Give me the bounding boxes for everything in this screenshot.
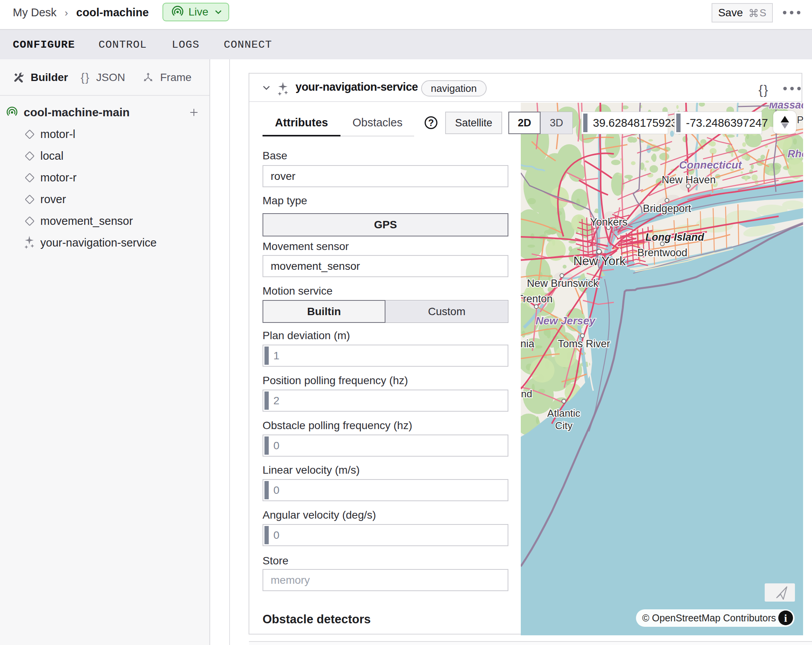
svg-text:i: i [784, 612, 787, 624]
svg-text:Rhode: Rhode [788, 148, 803, 160]
svg-text:nd: nd [521, 388, 532, 400]
svg-text:© OpenStreetMap Contributors: © OpenStreetMap Contributors [642, 612, 776, 623]
svg-text:New York: New York [573, 254, 626, 268]
svg-text:Brentwood: Brentwood [637, 247, 687, 259]
svg-text:Atlantic: Atlantic [547, 407, 580, 419]
svg-text:New Jersey: New Jersey [536, 315, 596, 327]
svg-text:Pro: Pro [797, 114, 803, 126]
svg-text:Massachu: Massachu [769, 103, 803, 111]
svg-text:Bridgeport: Bridgeport [643, 203, 691, 214]
svg-text:New Haven: New Haven [662, 174, 716, 186]
svg-text:nia: nia [521, 338, 535, 350]
svg-text:Connecticut: Connecticut [679, 159, 742, 171]
svg-text:Long Island: Long Island [645, 231, 704, 243]
svg-text:Toms River: Toms River [558, 338, 610, 350]
svg-text:Trenton: Trenton [521, 293, 553, 305]
svg-text:New Brunswick: New Brunswick [527, 278, 599, 289]
svg-text:City: City [555, 420, 573, 431]
svg-text:Yonkers: Yonkers [590, 216, 628, 228]
